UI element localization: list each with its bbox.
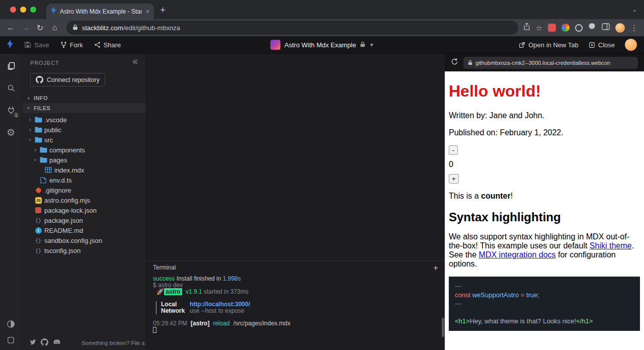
terminal-panel: Terminal + success Install finished in 1…	[146, 260, 445, 350]
section-files[interactable]: › FILES	[22, 103, 146, 113]
browser-menu-dots-icon[interactable]: ⋮	[630, 24, 638, 32]
zoom-window-button[interactable]	[30, 7, 36, 13]
terminal-scrollbar[interactable]	[442, 318, 444, 337]
tree-item-gitignore[interactable]: › .gitignore	[22, 185, 146, 195]
save-button[interactable]: Save	[24, 41, 49, 49]
tree-item-tsconfig[interactable]: › {} tsconfig.json	[22, 245, 146, 255]
stackblitz-logo-icon[interactable]	[7, 40, 13, 50]
minimize-window-button[interactable]	[20, 7, 26, 13]
reload-icon[interactable]: ↻	[33, 21, 47, 35]
extension-icon[interactable]	[575, 24, 583, 32]
tree-item-package-lock[interactable]: › package-lock.json	[22, 205, 146, 215]
tree-item-components[interactable]: › components	[22, 145, 146, 155]
terminal-line: Networkuse --host to expose	[161, 308, 445, 314]
visibility-lock-icon	[360, 40, 366, 49]
ports-count-badge: 1	[13, 112, 20, 118]
section-info[interactable]: › INFO	[22, 93, 146, 103]
counter-decrement-button[interactable]: -	[449, 145, 458, 155]
chevron-down-icon: ›	[27, 138, 33, 142]
close-window-button[interactable]	[10, 7, 16, 13]
connect-repository-button[interactable]: Connect repository	[30, 73, 105, 86]
editor-area[interactable]	[146, 54, 445, 260]
shiki-theme-link[interactable]: Shiki theme	[590, 241, 632, 250]
browser-window: Astro With Mdx Example - Stac × + ⌄ ← → …	[0, 0, 644, 350]
new-tab-button[interactable]: +	[160, 5, 166, 15]
tab-close-icon[interactable]: ×	[145, 8, 149, 15]
terminal-header: Terminal +	[146, 261, 445, 274]
chevron-right-icon: ›	[28, 117, 32, 123]
theme-contrast-icon[interactable]	[5, 318, 17, 330]
open-in-new-tab-button[interactable]: Open in New Tab	[519, 41, 579, 49]
fork-button[interactable]: Fork	[60, 41, 83, 49]
search-icon[interactable]	[5, 82, 17, 94]
side-panel-icon[interactable]	[602, 23, 610, 32]
counter-caption: This is a counter!	[449, 192, 640, 201]
dev-server-box: Localhttp://localhost:3000/ Networkuse -…	[156, 301, 445, 314]
preview-url-bar: githubmbxnza-cmk2--3000.local-credential…	[445, 54, 644, 71]
tree-item-env-d-ts[interactable]: › env.d.ts	[22, 175, 146, 185]
settings-gear-icon[interactable]: ⚙	[5, 126, 17, 138]
address-bar[interactable]: stackblitz.com/edit/github-mbxnza	[66, 21, 518, 35]
github-icon[interactable]	[41, 338, 48, 348]
tree-item-package-json[interactable]: › {} package.json	[22, 215, 146, 225]
preview-url-text: githubmbxnza-cmk2--3000.local-credential…	[475, 60, 610, 66]
files-view-icon[interactable]	[5, 60, 17, 72]
panel-collapse-icon[interactable]	[131, 58, 138, 67]
counter-increment-button[interactable]: +	[449, 174, 459, 184]
rail-bottom-icons	[5, 318, 17, 346]
tree-item-index-mdx[interactable]: › index.mdx	[22, 165, 146, 175]
layout-box-icon[interactable]	[5, 334, 17, 346]
preview-address-field[interactable]: githubmbxnza-cmk2--3000.local-credential…	[463, 57, 638, 69]
tab-search-chevron-icon[interactable]: ⌄	[632, 7, 637, 13]
extensions-puzzle-icon[interactable]	[588, 23, 596, 33]
profile-avatar[interactable]	[615, 23, 625, 33]
forward-icon[interactable]: →	[19, 21, 32, 35]
user-avatar[interactable]	[625, 39, 637, 51]
project-panel-title: PROJECT	[30, 60, 59, 66]
terminal-cursor	[153, 327, 156, 333]
tree-item-pages[interactable]: › pages	[22, 155, 146, 165]
home-icon[interactable]: ⌂	[48, 21, 61, 35]
mdx-file-icon	[44, 167, 52, 173]
add-terminal-icon[interactable]: +	[433, 264, 438, 272]
close-preview-button[interactable]: Close	[589, 41, 615, 49]
folder-icon	[34, 127, 42, 133]
syntax-paragraph: We also support syntax highlighting in M…	[449, 232, 640, 269]
file-tree: › .vscode › public › src › compo	[22, 113, 146, 336]
preview-reload-icon[interactable]	[451, 58, 458, 67]
back-icon[interactable]: ←	[4, 21, 18, 35]
chevron-right-icon: ›	[27, 95, 31, 101]
tree-item-sandbox-config[interactable]: › {} sandbox.config.json	[22, 235, 146, 245]
bookmark-star-icon[interactable]: ☆	[536, 24, 542, 32]
preview-content: Hello world! Written by: Jane and John. …	[445, 71, 644, 350]
folder-open-icon	[34, 137, 42, 143]
twitter-icon[interactable]	[29, 338, 36, 347]
site-lock-icon[interactable]	[72, 23, 78, 32]
macos-traffic-lights	[0, 0, 42, 19]
extension-icon[interactable]	[561, 24, 570, 32]
chevron-down-icon: ›	[32, 158, 38, 162]
connect-repository-label: Connect repository	[47, 76, 100, 83]
terminal-output[interactable]: success Install finished in 1.998s $ ast…	[146, 274, 445, 350]
share-project-button[interactable]: Share	[94, 41, 121, 49]
editor-column: Terminal + success Install finished in 1…	[146, 54, 445, 350]
mdx-integration-docs-link[interactable]: MDX integration docs	[479, 250, 556, 259]
extension-icon[interactable]	[548, 24, 556, 32]
json-file-icon: {}	[34, 248, 42, 253]
browser-tab[interactable]: Astro With Mdx Example - Stac ×	[46, 4, 154, 19]
project-title: Astro With Mdx Example	[284, 41, 356, 49]
tree-item-astro-config[interactable]: › JS astro.config.mjs	[22, 195, 146, 205]
tree-item-readme[interactable]: › i README.md	[22, 225, 146, 235]
tree-item-vscode[interactable]: › .vscode	[22, 115, 146, 125]
project-panel-header: PROJECT	[22, 54, 146, 72]
section-heading: Syntax highlighting	[449, 210, 640, 224]
file-a-bug-link[interactable]: Something broken? File a bug!	[82, 340, 157, 346]
git-file-icon	[34, 188, 42, 193]
chevron-down-icon: ›	[26, 106, 32, 110]
tree-item-src[interactable]: › src	[22, 135, 146, 145]
project-title-group[interactable]: Astro With Mdx Example ▾	[270, 36, 373, 53]
discord-icon[interactable]	[53, 338, 61, 347]
tree-item-public[interactable]: › public	[22, 125, 146, 135]
ports-plug-icon[interactable]: 1	[5, 104, 17, 116]
share-icon[interactable]	[523, 23, 530, 33]
